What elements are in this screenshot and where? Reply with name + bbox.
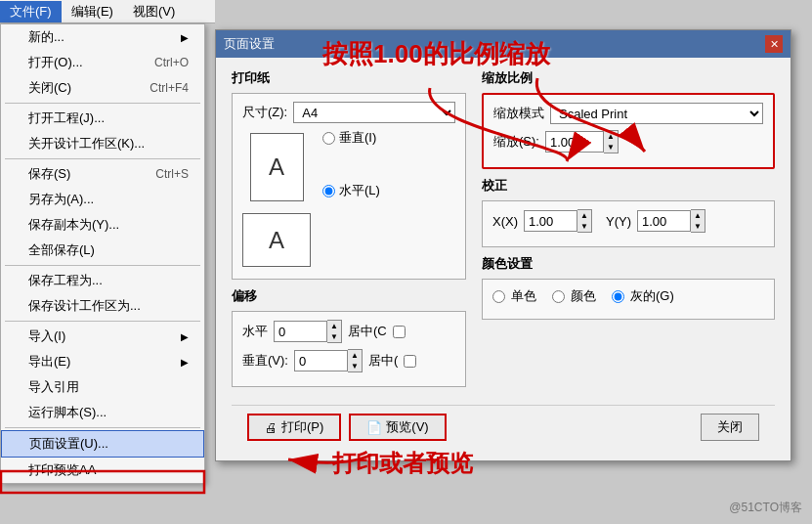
watermark: @51CTO博客 — [729, 500, 802, 516]
orientation-vertical-radio[interactable] — [322, 132, 335, 145]
color-section-box: 单色 颜色 灰的(G) — [482, 279, 775, 320]
center-v-checkbox[interactable] — [404, 355, 416, 368]
offset-v-row: 垂直(V): ▲ ▼ 居中( — [242, 349, 455, 372]
dialog-close-button[interactable]: ✕ — [765, 35, 783, 53]
dialog-titlebar: 页面设置 ✕ — [216, 30, 791, 58]
menu-item-new[interactable]: 新的... ▶ — [1, 24, 204, 50]
orientation-horizontal-radio[interactable] — [322, 185, 335, 197]
offset-h-spinner-btns: ▲ ▼ — [327, 320, 342, 343]
menu-item-run-script[interactable]: 运行脚本(S)... — [1, 400, 204, 425]
scale-value-row: 缩放(S): ▲ ▼ — [493, 130, 763, 153]
offset-h-row: 水平 ▲ ▼ 居中(C — [242, 320, 455, 343]
cal-y-down[interactable]: ▼ — [691, 221, 705, 232]
scale-input[interactable] — [545, 131, 604, 153]
orientation-horizontal-label: 水平(L) — [339, 182, 380, 199]
menu-item-open-project[interactable]: 打开工程(J)... — [1, 106, 204, 131]
cal-row: X(X) ▲ ▼ Y(Y) ▲ — [492, 209, 764, 233]
menu-item-open-workspace[interactable]: 关开设计工作区(K)... — [1, 131, 204, 156]
offset-h-label: 水平 — [242, 323, 268, 340]
menu-item-page-setup[interactable]: 页面设置(U)... — [1, 430, 204, 458]
offset-v-input[interactable] — [294, 350, 348, 371]
menu-bar: 文件(F) 编辑(E) 视图(V) — [0, 0, 215, 23]
menu-edit[interactable]: 编辑(E) — [62, 1, 123, 22]
cal-x-input[interactable] — [524, 210, 577, 232]
menu-item-save[interactable]: 保存(S) Ctrl+S — [1, 161, 204, 187]
paper-preview-portrait: A — [250, 133, 304, 201]
cal-x-spinner-btns: ▲ ▼ — [577, 209, 592, 233]
center-h-label: 居中(C — [348, 323, 387, 340]
menu-item-print-preview[interactable]: 打印预览AA — [1, 458, 204, 483]
color-section-label: 颜色设置 — [482, 255, 775, 273]
scale-spinner-btns: ▲ ▼ — [604, 130, 619, 153]
paper-size-select[interactable]: A4 — [293, 102, 455, 123]
menu-item-open[interactable]: 打开(O)... Ctrl+O — [1, 50, 204, 75]
cal-x-label: X(X) — [492, 214, 518, 229]
file-dropdown-menu: 新的... ▶ 打开(O)... Ctrl+O 关闭(C) Ctrl+F4 打开… — [0, 23, 205, 484]
cal-x-down[interactable]: ▼ — [577, 221, 591, 232]
offset-h-up[interactable]: ▲ — [327, 321, 341, 331]
size-label: 尺寸(Z): — [242, 104, 287, 121]
paper-preview-landscape: A — [242, 213, 311, 267]
separator-5 — [5, 427, 200, 428]
orientation-horizontal-row: 水平(L) — [322, 182, 380, 199]
menu-item-save-all[interactable]: 全部保存(L) — [1, 238, 204, 263]
menu-item-save-workspace[interactable]: 保存设计工作区为... — [1, 293, 204, 319]
offset-v-spinner-btns: ▲ ▼ — [348, 349, 363, 372]
color-gray-label: 灰的(G) — [630, 287, 674, 305]
scale-down[interactable]: ▼ — [604, 142, 618, 153]
scale-section-box: 缩放模式 Scaled Print 缩放(S): ▲ ▼ — [482, 93, 775, 169]
scale-spinner: ▲ ▼ — [545, 130, 619, 153]
scale-up[interactable]: ▲ — [604, 131, 618, 142]
cal-y-up[interactable]: ▲ — [691, 210, 705, 221]
cal-y-spinner: ▲ ▼ — [637, 209, 705, 233]
scale-section-label: 缩放比例 — [482, 69, 775, 87]
paper-A-landscape-label: A — [269, 227, 284, 254]
center-v-label: 居中( — [368, 352, 398, 370]
menu-view[interactable]: 视图(V) — [123, 1, 185, 22]
offset-h-input[interactable] — [274, 321, 327, 342]
separator-3 — [5, 265, 200, 266]
preview-button[interactable]: 📄 预览(V) — [349, 414, 446, 441]
offset-h-down[interactable]: ▼ — [327, 331, 341, 342]
offset-v-down[interactable]: ▼ — [348, 361, 362, 371]
scale-label: 缩放(S): — [493, 133, 539, 151]
cal-y-input[interactable] — [637, 210, 691, 232]
offset-section-box: 水平 ▲ ▼ 居中(C 垂直(V): — [232, 311, 466, 387]
offset-v-spinner: ▲ ▼ — [294, 349, 363, 372]
close-button[interactable]: 关闭 — [701, 414, 759, 441]
color-gray-radio[interactable] — [612, 290, 624, 303]
menu-item-save-project[interactable]: 保存工程为... — [1, 268, 204, 293]
export-submenu-arrow: ▶ — [181, 357, 189, 368]
print-button[interactable]: 🖨 打印(P) — [247, 414, 341, 441]
scale-mode-select[interactable]: Scaled Print — [550, 103, 763, 124]
calibration-section-label: 校正 — [482, 177, 775, 195]
cal-x-up[interactable]: ▲ — [577, 210, 591, 221]
scale-mode-label: 缩放模式 — [493, 105, 544, 122]
offset-v-up[interactable]: ▲ — [348, 350, 362, 361]
orientation-vertical-row: 垂直(I) — [322, 129, 380, 147]
paper-A-label: A — [269, 153, 284, 181]
offset-h-spinner: ▲ ▼ — [274, 320, 342, 343]
menu-item-save-copy[interactable]: 保存副本为(Y)... — [1, 212, 204, 238]
color-color-radio[interactable] — [552, 290, 565, 303]
center-h-checkbox[interactable] — [393, 326, 406, 338]
dialog-footer: 🖨 打印(P) 📄 预览(V) 关闭 — [232, 405, 775, 449]
dialog-title: 页面设置 — [224, 35, 275, 53]
menu-item-close[interactable]: 关闭(C) Ctrl+F4 — [1, 75, 204, 101]
scale-mode-row: 缩放模式 Scaled Print — [493, 103, 763, 124]
cal-x-spinner: ▲ ▼ — [524, 209, 592, 233]
printer-icon: 🖨 — [265, 420, 278, 435]
separator-2 — [5, 158, 200, 159]
color-mono-radio[interactable] — [492, 290, 505, 303]
menu-item-import[interactable]: 导入(I) ▶ — [1, 324, 204, 349]
menu-file[interactable]: 文件(F) — [0, 1, 62, 22]
submenu-arrow: ▶ — [181, 32, 189, 43]
menu-item-saveas[interactable]: 另存为(A)... — [1, 187, 204, 212]
paper-size-row: 尺寸(Z): A4 — [242, 102, 455, 123]
page-setup-dialog: 页面设置 ✕ 打印纸 尺寸(Z): A4 — [215, 29, 791, 461]
menu-item-export[interactable]: 导出(E) ▶ — [1, 349, 204, 374]
import-submenu-arrow: ▶ — [181, 331, 189, 342]
color-mono-label: 单色 — [511, 287, 536, 305]
orientation-vertical-label: 垂直(I) — [339, 129, 376, 147]
menu-item-import-ref[interactable]: 导入引用 — [1, 374, 204, 400]
